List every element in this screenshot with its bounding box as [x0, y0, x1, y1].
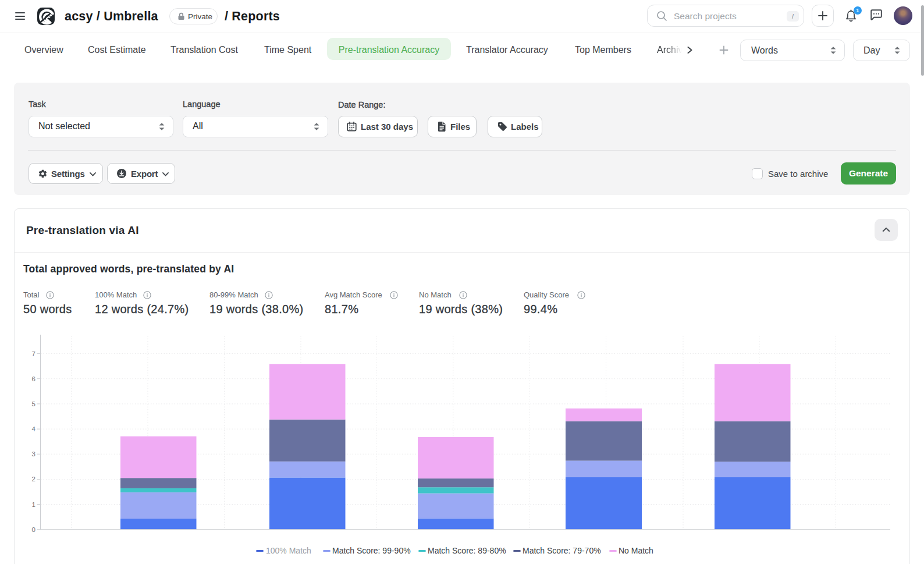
- svg-text:7: 7: [32, 350, 35, 357]
- svg-text:5: 5: [32, 400, 35, 407]
- svg-text:0: 0: [32, 526, 35, 533]
- svg-text:3: 3: [32, 451, 35, 457]
- svg-text:6: 6: [32, 375, 35, 382]
- svg-text:2: 2: [32, 476, 35, 483]
- svg-text:1: 1: [32, 501, 35, 508]
- svg-text:4: 4: [32, 425, 36, 432]
